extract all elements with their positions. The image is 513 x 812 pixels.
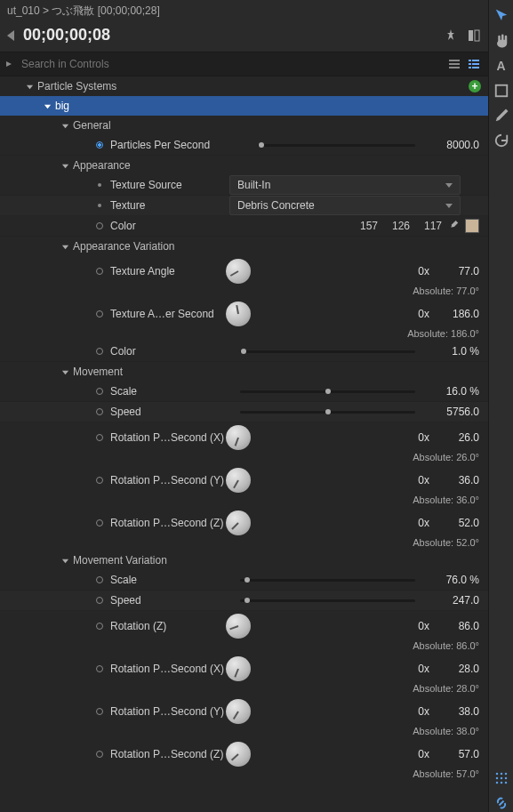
mult-value[interactable]: 0x [394, 474, 429, 486]
root-section[interactable]: Particle Systems + [0, 76, 488, 96]
prop-value[interactable]: 8000.0 [429, 139, 479, 151]
keyframe-icon[interactable] [96, 751, 103, 758]
mult-value[interactable]: 0x [394, 620, 429, 632]
keyframe-icon[interactable] [96, 597, 103, 604]
rotation-knob[interactable] [226, 699, 251, 724]
prop-texture-angle-per-second[interactable]: Texture A…er Second 0x 186.0 Absolute: 1… [0, 299, 488, 342]
eyedropper-icon[interactable] [447, 220, 460, 232]
prop-texture-angle[interactable]: Texture Angle 0x 77.0 Absolute: 77.0° [0, 256, 488, 299]
prop-rotation-per-second-x-var[interactable]: Rotation P…Second (X) 0x 28.0 Absolute: … [0, 654, 488, 696]
rotation-knob[interactable] [226, 511, 251, 535]
prop-value[interactable]: 76.0 % [429, 574, 479, 586]
texture-source-dropdown[interactable]: Built-In [229, 175, 461, 195]
text-tool-icon[interactable]: A [493, 57, 510, 75]
link-icon[interactable] [493, 794, 510, 812]
timecode-display[interactable]: 00;00;00;08 [23, 26, 110, 44]
color-swatch[interactable] [465, 219, 479, 233]
prop-value[interactable]: 38.0 [429, 705, 479, 718]
keyframe-icon[interactable] [96, 141, 103, 149]
slider[interactable] [240, 350, 415, 353]
prop-value[interactable]: 186.0 [429, 308, 479, 320]
view-detail-icon[interactable] [467, 57, 481, 71]
mult-value[interactable]: 0x [394, 517, 429, 529]
prop-value[interactable]: 28.0 [429, 663, 479, 675]
prop-scale-var[interactable]: Scale 76.0 % [0, 570, 488, 591]
rotation-knob[interactable] [226, 468, 251, 493]
prop-speed[interactable]: Speed 5756.0 [0, 402, 488, 422]
prop-rotation-per-second-y-var[interactable]: Rotation P…Second (Y) 0x 38.0 Absolute: … [0, 696, 488, 739]
mult-value[interactable]: 0x [394, 705, 429, 718]
slider[interactable] [240, 599, 415, 602]
search-input[interactable] [18, 52, 447, 76]
prop-particles-per-second[interactable]: Particles Per Second 8000.0 [0, 135, 488, 156]
prop-rotation-per-second-z-var[interactable]: Rotation P…Second (Z) 0x 57.0 Absolute: … [0, 739, 488, 782]
prop-value[interactable]: 26.0 [429, 431, 479, 444]
prop-color-variation[interactable]: Color 1.0 % [0, 342, 488, 362]
rotation-knob[interactable] [226, 259, 251, 284]
color-b[interactable]: 117 [410, 220, 442, 232]
pin-icon[interactable] [444, 28, 458, 43]
keyframe-icon[interactable] [96, 477, 103, 484]
keyframe-icon[interactable] [96, 348, 103, 355]
prop-rotation-per-second-y[interactable]: Rotation P…Second (Y) 0x 36.0 Absolute: … [0, 465, 488, 508]
prop-value[interactable]: 77.0 [429, 265, 479, 277]
rotation-knob[interactable] [226, 614, 251, 639]
mult-value[interactable]: 0x [394, 265, 429, 277]
prop-value[interactable]: 16.0 % [429, 385, 479, 398]
rotation-knob[interactable] [226, 425, 251, 450]
search-expand-icon[interactable] [0, 60, 18, 68]
prop-speed-var[interactable]: Speed 247.0 [0, 591, 488, 611]
keyframe-icon[interactable] [96, 388, 103, 395]
hand-tool-icon[interactable] [493, 32, 510, 50]
prev-keyframe-icon[interactable] [7, 30, 14, 41]
shape-tool-icon[interactable] [493, 82, 510, 100]
add-system-button[interactable]: + [469, 80, 481, 92]
mult-value[interactable]: 0x [394, 663, 429, 675]
prop-scale[interactable]: Scale 16.0 % [0, 382, 488, 402]
prop-rotation-per-second-z[interactable]: Rotation P…Second (Z) 0x 52.0 Absolute: … [0, 508, 488, 551]
arrow-tool-icon[interactable] [493, 7, 510, 25]
rotate-tool-icon[interactable] [493, 132, 510, 149]
particle-system-item[interactable]: big [0, 96, 488, 116]
rotation-knob[interactable] [226, 656, 251, 681]
mult-value[interactable]: 0x [394, 748, 429, 760]
prop-value[interactable]: 52.0 [429, 517, 479, 529]
prop-color[interactable]: Color 157 126 117 [0, 216, 488, 237]
prop-value[interactable]: 247.0 [429, 594, 479, 607]
view-list-icon[interactable] [447, 57, 461, 71]
breadcrumb[interactable]: ut_010 > つぶ飛散 [00;00;00;28] [0, 0, 488, 22]
prop-texture-source[interactable]: Texture Source Built-In [0, 175, 488, 196]
keyframe-icon[interactable] [96, 408, 103, 415]
mult-value[interactable]: 0x [394, 308, 429, 320]
prop-texture[interactable]: Texture Debris Concrete [0, 196, 488, 216]
section-general[interactable]: General [0, 116, 488, 135]
keyframe-icon[interactable] [96, 434, 103, 441]
keyframe-icon[interactable] [96, 310, 103, 318]
color-r[interactable]: 157 [346, 220, 378, 232]
keyframe-icon[interactable] [96, 708, 103, 715]
prop-rotation-z[interactable]: Rotation (Z) 0x 86.0 Absolute: 86.0° [0, 611, 488, 654]
keyframe-icon[interactable] [96, 519, 103, 527]
prop-value[interactable]: 5756.0 [429, 406, 479, 418]
keyframe-icon[interactable] [96, 222, 103, 229]
texture-dropdown[interactable]: Debris Concrete [229, 196, 461, 215]
prop-value[interactable]: 86.0 [429, 620, 479, 632]
panel-toggle-icon[interactable] [467, 28, 481, 43]
prop-value[interactable]: 36.0 [429, 474, 479, 486]
slider[interactable] [258, 144, 415, 147]
rotation-knob[interactable] [226, 301, 251, 326]
keyframe-icon[interactable] [96, 623, 103, 630]
keyframe-icon[interactable] [96, 268, 103, 275]
slider[interactable] [240, 411, 415, 414]
pen-tool-icon[interactable] [493, 107, 510, 125]
section-movement-variation[interactable]: Movement Variation [0, 551, 488, 570]
color-g[interactable]: 126 [378, 220, 410, 232]
prop-value[interactable]: 1.0 % [429, 345, 479, 358]
section-movement[interactable]: Movement [0, 362, 488, 382]
section-appearance-variation[interactable]: Appearance Variation [0, 237, 488, 256]
slider[interactable] [240, 390, 415, 393]
section-appearance[interactable]: Appearance [0, 156, 488, 175]
prop-value[interactable]: 57.0 [429, 748, 479, 760]
keyframe-icon[interactable] [96, 576, 103, 583]
slider[interactable] [240, 579, 415, 582]
